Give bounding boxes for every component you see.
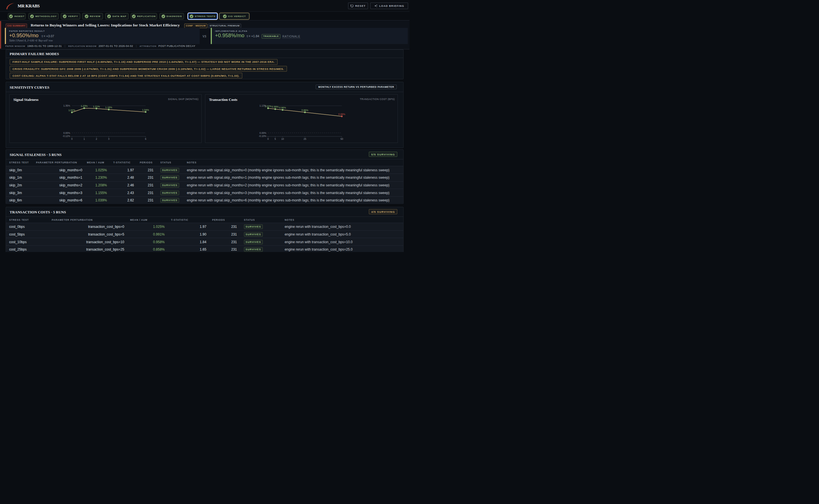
svg-text:0.69%: 0.69% (338, 113, 346, 116)
svg-text:0.00%: 0.00% (63, 132, 70, 134)
svg-text:1.23%: 1.23% (81, 105, 88, 107)
svg-text:-0.10%: -0.10% (259, 135, 267, 138)
svg-text:1.02%: 1.02% (68, 109, 76, 112)
svg-text:5: 5 (275, 138, 276, 140)
svg-text:2: 2 (96, 138, 97, 140)
svg-text:0: 0 (71, 138, 73, 140)
svg-text:50: 50 (341, 138, 344, 140)
svg-text:1.13%: 1.13% (260, 105, 267, 107)
svg-text:1.21%: 1.21% (93, 105, 100, 108)
svg-text:0.96%: 0.96% (279, 106, 286, 109)
svg-text:3: 3 (108, 138, 109, 140)
svg-text:1.35%: 1.35% (63, 105, 70, 107)
svg-text:0.86%: 0.86% (302, 109, 309, 112)
svg-text:1.16%: 1.16% (105, 106, 113, 109)
svg-text:25: 25 (304, 138, 307, 140)
svg-text:6: 6 (145, 138, 146, 140)
svg-text:0.99%: 0.99% (272, 106, 279, 109)
svg-text:0.00%: 0.00% (260, 132, 267, 134)
svg-text:10: 10 (281, 138, 284, 140)
svg-text:1: 1 (84, 138, 85, 140)
svg-text:1.04%: 1.04% (142, 109, 149, 111)
svg-text:0: 0 (268, 138, 269, 140)
svg-text:-0.12%: -0.12% (63, 135, 70, 138)
